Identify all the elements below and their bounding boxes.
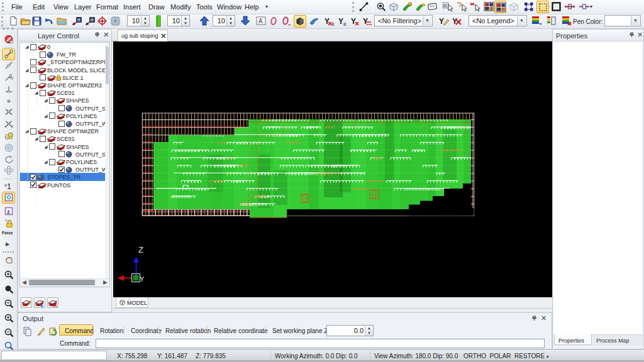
svg-text:B: B bbox=[343, 22, 347, 26]
svg-text:z: z bbox=[7, 209, 10, 215]
svg-text:A: A bbox=[258, 18, 263, 25]
svg-text:Y: Y bbox=[140, 275, 145, 283]
svg-text:R: R bbox=[443, 3, 447, 9]
svg-text:✎: ✎ bbox=[40, 304, 43, 308]
svg-text:B: B bbox=[331, 22, 335, 26]
svg-text:Z: Z bbox=[138, 245, 143, 255]
